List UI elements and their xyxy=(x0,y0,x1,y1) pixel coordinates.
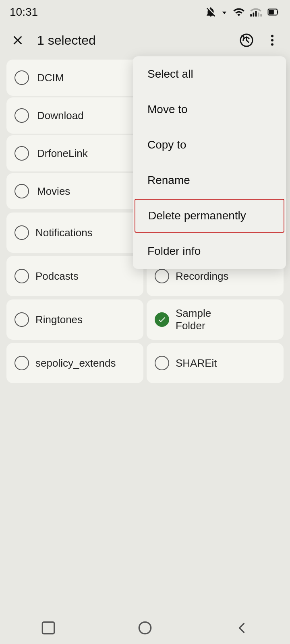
top-bar: 1 selected xyxy=(0,24,290,56)
menu-folder-info[interactable]: Folder info xyxy=(133,233,286,269)
radio-ringtones[interactable] xyxy=(14,312,29,327)
file-name-drfonelink: DrfoneLink xyxy=(37,147,88,160)
status-bar: 10:31 xyxy=(0,0,290,24)
nav-back-button[interactable] xyxy=(230,616,254,640)
radio-sample-folder[interactable] xyxy=(155,312,169,327)
list-item[interactable]: SHAREit xyxy=(147,343,284,383)
file-name-recordings: Recordings xyxy=(176,270,229,283)
file-name-shareit: SHAREit xyxy=(176,357,217,369)
more-options-button[interactable] xyxy=(263,31,282,50)
menu-copy-to[interactable]: Copy to xyxy=(133,127,286,163)
file-name-sepolicy: sepolicy_extends xyxy=(35,357,116,369)
radio-notifications[interactable] xyxy=(14,225,29,240)
file-name-podcasts: Podcasts xyxy=(35,270,79,283)
sync-icon-button[interactable] xyxy=(237,31,256,50)
svg-rect-12 xyxy=(42,622,54,634)
battery-icon xyxy=(266,6,280,18)
svg-point-13 xyxy=(139,622,151,634)
radio-recordings[interactable] xyxy=(155,269,169,283)
svg-rect-4 xyxy=(260,14,262,17)
file-name-sample-folder: SampleFolder xyxy=(176,307,211,332)
file-name-notifications: Notifications xyxy=(35,227,93,239)
bell-muted-icon xyxy=(205,6,217,18)
list-item[interactable]: Podcasts xyxy=(6,256,143,296)
svg-point-9 xyxy=(271,35,273,37)
svg-rect-7 xyxy=(269,10,274,14)
svg-rect-1 xyxy=(253,12,255,17)
signal-icon xyxy=(250,6,262,18)
menu-delete-permanently[interactable]: Delete permanently xyxy=(135,199,284,233)
file-name-ringtones: Ringtones xyxy=(35,314,83,326)
signal-dropdown-icon xyxy=(221,6,228,18)
selected-count-label: 1 selected xyxy=(37,33,227,48)
radio-shareit[interactable] xyxy=(155,356,169,370)
menu-move-to[interactable]: Move to xyxy=(133,92,286,127)
status-icons xyxy=(205,6,280,18)
list-item[interactable]: sepolicy_extends xyxy=(6,343,143,383)
menu-select-all[interactable]: Select all xyxy=(133,56,286,92)
close-button[interactable] xyxy=(8,31,27,50)
file-name-movies: Movies xyxy=(37,185,70,198)
dropdown-menu: Select all Move to Copy to Rename Delete… xyxy=(133,56,286,269)
svg-rect-3 xyxy=(258,12,259,17)
svg-rect-0 xyxy=(250,14,252,17)
svg-rect-6 xyxy=(277,10,278,14)
menu-rename[interactable]: Rename xyxy=(133,163,286,198)
radio-podcasts[interactable] xyxy=(14,269,29,283)
nav-circle-button[interactable] xyxy=(133,616,157,640)
radio-sepolicy[interactable] xyxy=(14,356,29,370)
file-name-download: Download xyxy=(37,109,84,122)
file-name-dcim: DCIM xyxy=(37,72,64,84)
status-time: 10:31 xyxy=(10,6,38,19)
radio-dcim[interactable] xyxy=(14,70,29,85)
top-bar-actions xyxy=(237,31,282,50)
list-item[interactable]: Notifications xyxy=(6,213,143,253)
svg-point-11 xyxy=(271,43,273,46)
svg-point-10 xyxy=(271,39,273,41)
svg-rect-2 xyxy=(255,11,257,17)
bottom-nav xyxy=(0,612,290,644)
radio-drfonelink[interactable] xyxy=(14,146,29,161)
radio-download[interactable] xyxy=(14,108,29,123)
list-item[interactable]: Ringtones xyxy=(6,299,143,340)
nav-home-button[interactable] xyxy=(36,616,60,640)
list-item[interactable]: SampleFolder xyxy=(147,299,284,340)
wifi-icon xyxy=(232,6,246,18)
radio-movies[interactable] xyxy=(14,184,29,198)
